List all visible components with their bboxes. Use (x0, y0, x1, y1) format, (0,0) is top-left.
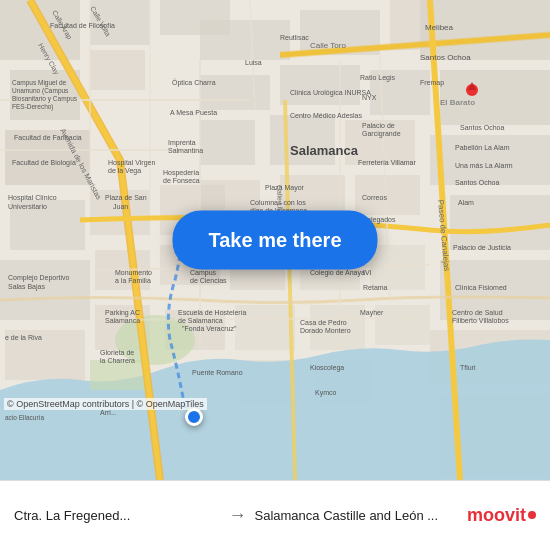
svg-text:FES-Derecho): FES-Derecho) (12, 103, 54, 111)
svg-text:Imprenta: Imprenta (168, 139, 196, 147)
svg-text:Hospital Virgen: Hospital Virgen (108, 159, 155, 167)
svg-rect-17 (200, 20, 290, 60)
svg-text:de Salamanca: de Salamanca (178, 317, 223, 324)
svg-text:Melibea: Melibea (425, 23, 454, 32)
svg-text:Centro de Salud: Centro de Salud (452, 309, 503, 316)
svg-rect-21 (280, 65, 360, 105)
svg-rect-44 (90, 360, 145, 390)
svg-text:Campus: Campus (190, 269, 217, 277)
moovit-text: moovit (467, 505, 526, 526)
svg-text:a la Familia: a la Familia (115, 277, 151, 284)
svg-text:Luisa: Luisa (245, 59, 262, 66)
svg-text:Salamanca: Salamanca (105, 317, 140, 324)
svg-text:Una más La Alarm: Una más La Alarm (455, 162, 513, 169)
svg-text:El Barato: El Barato (440, 98, 475, 107)
moovit-dot (528, 511, 536, 519)
location-dot (185, 408, 203, 426)
svg-text:Glorieta de: Glorieta de (100, 349, 134, 356)
svg-text:Facultad de Filosofía: Facultad de Filosofía (50, 22, 115, 29)
origin-text: Ctra. La Fregened... (14, 508, 130, 523)
svg-text:Juan: Juan (113, 203, 128, 210)
svg-text:Alam: Alam (458, 199, 474, 206)
svg-text:Kymco: Kymco (315, 389, 337, 397)
svg-text:de la Vega: de la Vega (108, 167, 141, 175)
svg-text:Óptica Charra: Óptica Charra (172, 78, 216, 87)
svg-text:A Mesa Puesta: A Mesa Puesta (170, 109, 217, 116)
svg-text:Clínica Fisiomed: Clínica Fisiomed (455, 284, 507, 291)
origin-container: Ctra. La Fregened... (14, 508, 221, 523)
svg-text:Santos Ochoa: Santos Ochoa (420, 53, 471, 62)
svg-text:Kioscolega: Kioscolega (310, 364, 344, 372)
svg-text:Facultad de Biología: Facultad de Biología (12, 159, 76, 167)
svg-text:de Ciencias: de Ciencias (190, 277, 227, 284)
map-attribution: © OpenStreetMap contributors | © OpenMap… (4, 398, 207, 410)
svg-text:Biosanitario y Campus: Biosanitario y Campus (12, 95, 78, 103)
svg-text:Palacio de Justicia: Palacio de Justicia (453, 244, 511, 251)
svg-rect-23 (200, 120, 255, 165)
svg-text:Filiberto Villalobos: Filiberto Villalobos (452, 317, 509, 324)
svg-text:Columnas con los: Columnas con los (250, 199, 306, 206)
svg-text:Santos Ochoa: Santos Ochoa (455, 179, 499, 186)
svg-text:Complejo Deportivo: Complejo Deportivo (8, 274, 70, 282)
take-me-there-button[interactable]: Take me there (172, 211, 377, 270)
svg-text:Salamanca: Salamanca (290, 143, 359, 158)
svg-text:Ferretería Villamar: Ferretería Villamar (358, 159, 417, 166)
svg-text:acio Ellacuría: acio Ellacuría (5, 414, 44, 421)
svg-text:Reutlisac: Reutlisac (280, 34, 309, 41)
svg-rect-9 (90, 50, 145, 90)
svg-text:Puente Romano: Puente Romano (192, 369, 243, 376)
svg-text:Clinica Urológica INURSA: Clinica Urológica INURSA (290, 89, 371, 97)
svg-text:Casa de Pedro: Casa de Pedro (300, 319, 347, 326)
svg-text:Unamuno (Campus: Unamuno (Campus (12, 87, 69, 95)
svg-text:Escuela de Hostelería: Escuela de Hostelería (178, 309, 247, 316)
svg-text:Plaza Mayor: Plaza Mayor (265, 184, 305, 192)
svg-text:Calle Toro: Calle Toro (310, 41, 346, 50)
svg-text:Tfluri: Tfluri (460, 364, 476, 371)
destination-container: Salamanca Castille and León ... (255, 508, 462, 523)
map-container: Calle Arap Calle Volta Henry Clay Calle … (0, 0, 550, 480)
svg-text:Pabellón La Alam: Pabellón La Alam (455, 144, 510, 151)
svg-text:Universitario: Universitario (8, 203, 47, 210)
svg-text:Mayher: Mayher (360, 309, 384, 317)
arrow-icon: → (229, 505, 247, 526)
svg-text:Arri...: Arri... (100, 409, 117, 416)
destination-text: Salamanca Castille and León ... (255, 508, 439, 523)
svg-text:Ratio Legis: Ratio Legis (360, 74, 396, 82)
svg-text:Palacio de: Palacio de (362, 122, 395, 129)
svg-text:"Fonda Veracruz": "Fonda Veracruz" (182, 325, 237, 332)
svg-text:Fremap: Fremap (420, 79, 444, 87)
svg-text:Centro Médico Adeslas: Centro Médico Adeslas (290, 112, 362, 119)
svg-text:Santos Ochoa: Santos Ochoa (460, 124, 504, 131)
svg-text:Hospital Clínico: Hospital Clínico (8, 194, 57, 202)
svg-text:de Fonseca: de Fonseca (163, 177, 200, 184)
svg-text:Garcigrande: Garcigrande (362, 130, 401, 138)
svg-text:la Charrera: la Charrera (100, 357, 135, 364)
moovit-logo: moovit (467, 505, 536, 526)
svg-text:Parking AC: Parking AC (105, 309, 140, 317)
svg-text:e de la Riva: e de la Riva (5, 334, 42, 341)
svg-text:Retama: Retama (363, 284, 388, 291)
svg-text:Hospedería: Hospedería (163, 169, 199, 177)
svg-text:IVI: IVI (363, 269, 372, 276)
bottom-bar: Ctra. La Fregened... → Salamanca Castill… (0, 480, 550, 550)
svg-text:Dorado Montero: Dorado Montero (300, 327, 351, 334)
svg-text:Monumento: Monumento (115, 269, 152, 276)
svg-text:Plaza de San: Plaza de San (105, 194, 147, 201)
svg-rect-5 (0, 260, 90, 320)
svg-text:Salmantina: Salmantina (168, 147, 203, 154)
svg-text:Salas Bajas: Salas Bajas (8, 283, 45, 291)
svg-text:Campus Miguel de: Campus Miguel de (12, 79, 67, 87)
svg-text:Correos: Correos (362, 194, 387, 201)
svg-text:Colegio de Anaya: Colegio de Anaya (310, 269, 365, 277)
svg-rect-12 (430, 135, 550, 185)
